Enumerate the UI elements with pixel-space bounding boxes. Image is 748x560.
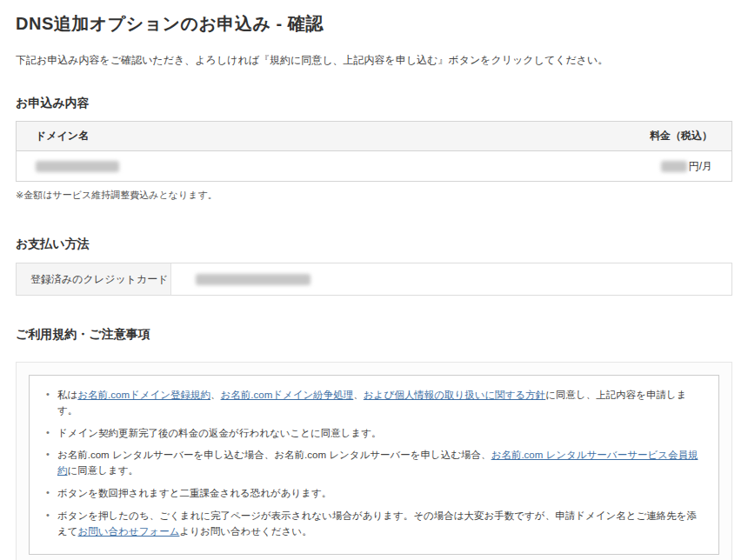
terms-list: 私はお名前.comドメイン登録規約、お名前.comドメイン紛争処理、および個人情… (45, 384, 703, 543)
redacted-price (661, 161, 687, 172)
table-row: 円/月 (17, 151, 731, 181)
terms-text: 、 (210, 390, 221, 400)
terms-item: ボタンを押したのち、ごくまれに完了ページが表示されない場合があります。その場合は… (45, 505, 703, 543)
terms-text: 私は (57, 390, 77, 400)
terms-item: お名前.com レンタルサーバーを申し込む場合、お名前.com レンタルサーバー… (45, 444, 703, 483)
order-table: ドメイン名 料金（税込） 円/月 (16, 121, 732, 182)
terms-text: よりお問い合わせください。 (179, 526, 311, 537)
terms-text: ボタンを数回押されますと二重課金される恐れがあります。 (57, 488, 331, 498)
payment-method-value (171, 263, 731, 295)
terms-text: 、 (353, 390, 364, 400)
price-cell: 円/月 (661, 159, 712, 174)
page-description: 下記お申込み内容をご確認いただき、よろしければ『規約に同意し、上記内容を申し込む… (16, 53, 732, 68)
column-price: 料金（税込） (650, 129, 712, 143)
order-table-header: ドメイン名 料金（税込） (17, 122, 731, 151)
dns-option-confirm-page: DNS追加オプションのお申込み - 確認 下記お申込み内容をご確認いただき、よろ… (0, 0, 748, 560)
column-domain-name: ドメイン名 (36, 129, 89, 143)
terms-section-heading: ご利用規約・ご注意事項 (16, 327, 732, 343)
terms-panel: 私はお名前.comドメイン登録規約、お名前.comドメイン紛争処理、および個人情… (16, 362, 732, 560)
page-title: DNS追加オプションのお申込み - 確認 (16, 9, 732, 36)
redacted-credit-card (196, 274, 311, 285)
terms-text: に同意します。 (68, 465, 139, 476)
redacted-domain-name (36, 161, 119, 172)
order-note: ※金額はサービス維持調整費込みとなります。 (16, 189, 732, 202)
terms-link[interactable]: および個人情報の取り扱いに関する方針 (364, 390, 545, 400)
terms-text: お名前.com レンタルサーバーを申し込む場合、お名前.com レンタルサーバー… (57, 450, 491, 460)
terms-text: ドメイン契約更新完了後の料金の返金が行われないことに同意します。 (57, 428, 382, 438)
price-unit: 円/月 (689, 159, 712, 174)
terms-link[interactable]: お名前.comドメイン紛争処理 (221, 390, 354, 400)
terms-item: 私はお名前.comドメイン登録規約、お名前.comドメイン紛争処理、および個人情… (45, 384, 703, 423)
order-section-heading: お申込み内容 (16, 96, 732, 111)
terms-box: 私はお名前.comドメイン登録規約、お名前.comドメイン紛争処理、および個人情… (29, 375, 719, 555)
terms-item: ボタンを数回押されますと二重課金される恐れがあります。 (45, 483, 703, 505)
payment-section-heading: お支払い方法 (16, 237, 732, 252)
terms-link[interactable]: お名前.comドメイン登録規約 (77, 390, 210, 400)
payment-method-row: 登録済みのクレジットカード (16, 263, 732, 296)
terms-link[interactable]: お問い合わせフォーム (78, 526, 180, 537)
terms-item: ドメイン契約更新完了後の料金の返金が行われないことに同意します。 (45, 423, 703, 445)
payment-method-label: 登録済みのクレジットカード (17, 263, 171, 295)
